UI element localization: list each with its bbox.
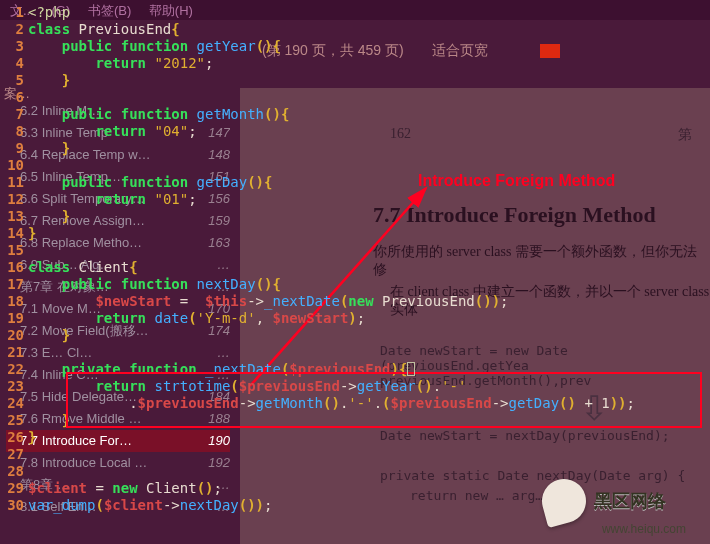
line-number: 2 (0, 21, 28, 38)
line-number: 16 (0, 259, 28, 276)
code-line[interactable]: 12 return "01"; (0, 191, 710, 208)
code-line[interactable]: 15 (0, 242, 710, 259)
code-line[interactable]: 3 public function getYear(){ (0, 38, 710, 55)
code-editor[interactable]: 1<?php2class PreviousEnd{3 public functi… (0, 4, 710, 514)
code-line[interactable]: 14} (0, 225, 710, 242)
code-line[interactable]: 18 $newStart = $this->_nextDate(new Prev… (0, 293, 710, 310)
code-line[interactable]: 26} (0, 429, 710, 446)
line-number: 18 (0, 293, 28, 310)
code-line[interactable]: 7 public function getMonth(){ (0, 106, 710, 123)
code-line[interactable]: 21 (0, 344, 710, 361)
line-number: 9 (0, 140, 28, 157)
line-number: 23 (0, 378, 28, 395)
line-number: 5 (0, 72, 28, 89)
line-number: 21 (0, 344, 28, 361)
code-line[interactable]: 10 (0, 157, 710, 174)
code-line[interactable]: 20 } (0, 327, 710, 344)
line-number: 17 (0, 276, 28, 293)
line-number: 29 (0, 480, 28, 497)
watermark-title: 黑区网络 (594, 489, 666, 513)
code-line[interactable]: 13 } (0, 208, 710, 225)
code-line[interactable]: 23 return strtotime($previousEnd->getYea… (0, 378, 710, 395)
watermark-url: www.heiqu.com (602, 522, 686, 536)
watermark: 黑区网络 (542, 476, 692, 526)
code-line[interactable]: 6 (0, 89, 710, 106)
code-line[interactable]: 2class PreviousEnd{ (0, 21, 710, 38)
code-line[interactable]: 5 } (0, 72, 710, 89)
code-line[interactable]: 17 public function nextDay(){ (0, 276, 710, 293)
line-number: 10 (0, 157, 28, 174)
line-number: 20 (0, 327, 28, 344)
code-line[interactable]: 11 public function getDay(){ (0, 174, 710, 191)
code-line[interactable]: 19 return date('Y-m-d', $newStart); (0, 310, 710, 327)
line-number: 28 (0, 463, 28, 480)
code-line[interactable]: 25 } (0, 412, 710, 429)
code-line[interactable]: 8 return "04"; (0, 123, 710, 140)
line-number: 24 (0, 395, 28, 412)
line-number: 22 (0, 361, 28, 378)
line-number: 30 (0, 497, 28, 514)
code-line[interactable]: 22 private function _nextDate($previousE… (0, 361, 710, 378)
line-number: 3 (0, 38, 28, 55)
line-number: 11 (0, 174, 28, 191)
code-line[interactable]: 9 } (0, 140, 710, 157)
line-number: 12 (0, 191, 28, 208)
line-number: 7 (0, 106, 28, 123)
line-number: 4 (0, 55, 28, 72)
line-number: 15 (0, 242, 28, 259)
line-number: 26 (0, 429, 28, 446)
watermark-logo-icon (537, 474, 591, 528)
line-number: 19 (0, 310, 28, 327)
line-number: 25 (0, 412, 28, 429)
line-number: 14 (0, 225, 28, 242)
line-number: 8 (0, 123, 28, 140)
code-line[interactable]: 4 return "2012"; (0, 55, 710, 72)
code-line[interactable]: 1<?php (0, 4, 710, 21)
line-number: 27 (0, 446, 28, 463)
code-line[interactable]: 27 (0, 446, 710, 463)
code-line[interactable]: 24 .$previousEnd->getMonth().'-'.($previ… (0, 395, 710, 412)
code-line[interactable]: 16class Client{ (0, 259, 710, 276)
line-number: 13 (0, 208, 28, 225)
text-cursor (407, 362, 415, 376)
line-number: 1 (0, 4, 28, 21)
line-number: 6 (0, 89, 28, 106)
